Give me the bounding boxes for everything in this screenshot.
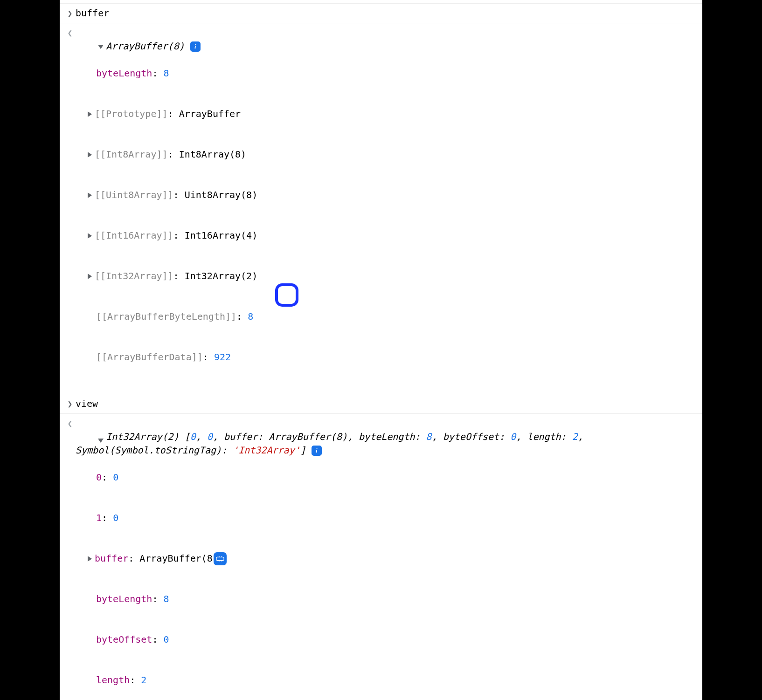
expand-toggle-icon[interactable] bbox=[98, 45, 104, 49]
property-row[interactable]: 1: 0 bbox=[76, 511, 698, 525]
object-inspector[interactable]: Int32Array(2) [0, 0, buffer: ArrayBuffer… bbox=[76, 417, 698, 700]
svg-rect-3 bbox=[216, 557, 224, 561]
expand-toggle-icon[interactable] bbox=[88, 233, 92, 239]
output-undefined: undefined bbox=[76, 0, 698, 0]
expand-toggle-icon[interactable] bbox=[88, 556, 92, 562]
property-row[interactable]: byteLength: 8 bbox=[76, 592, 698, 606]
object-inspector[interactable]: ArrayBuffer(8) i byteLength: 8 [[Prototy… bbox=[76, 26, 698, 391]
property-row[interactable]: [[Int8Array]]: Int8Array(8) bbox=[76, 148, 698, 161]
expand-toggle-icon[interactable] bbox=[88, 274, 92, 279]
info-icon[interactable]: i bbox=[312, 446, 322, 456]
property-row[interactable]: [[Int32Array]]: Int32Array(2) bbox=[76, 269, 698, 283]
console-output-row: undefined bbox=[60, 0, 702, 4]
property-row[interactable]: 0: 0 bbox=[76, 471, 698, 484]
property-row[interactable]: [[ArrayBufferByteLength]]: 8 bbox=[76, 310, 698, 323]
devtools-window: DevTools - www.google.com/ Elements Cons… bbox=[60, 0, 702, 700]
output-marker-icon bbox=[64, 417, 76, 430]
property-row[interactable]: byteLength: 8 bbox=[76, 67, 698, 80]
expand-toggle-icon[interactable] bbox=[88, 111, 92, 117]
console-input-row: view bbox=[60, 394, 702, 414]
object-header: ArrayBuffer(8) bbox=[106, 41, 185, 52]
input-marker-icon bbox=[64, 397, 76, 410]
output-marker-icon bbox=[64, 26, 76, 39]
input-marker-icon bbox=[64, 7, 76, 20]
console-output: const buffer = new ArrayBuffer(8); const… bbox=[60, 0, 702, 700]
property-row[interactable]: length: 2 bbox=[76, 673, 698, 687]
property-row[interactable]: [[Uint8Array]]: Uint8Array(8) bbox=[76, 188, 698, 202]
object-header: Int32Array(2) [0, 0, buffer: ArrayBuffer… bbox=[76, 431, 589, 456]
property-row[interactable]: byteOffset: 0 bbox=[76, 633, 698, 646]
expand-toggle-icon[interactable] bbox=[88, 152, 92, 158]
console-input-row: buffer bbox=[60, 4, 702, 23]
console-output-row: Int32Array(2) [0, 0, buffer: ArrayBuffer… bbox=[60, 414, 702, 700]
info-icon[interactable]: i bbox=[190, 41, 201, 52]
console-code: view bbox=[76, 397, 698, 411]
console-output-row: ArrayBuffer(8) i byteLength: 8 [[Prototy… bbox=[60, 23, 702, 394]
property-row[interactable]: [[Int16Array]]: Int16Array(4) bbox=[76, 229, 698, 242]
expand-toggle-icon[interactable] bbox=[88, 192, 92, 198]
property-row[interactable]: buffer: ArrayBuffer(8 bbox=[76, 552, 698, 566]
memory-panel-icon[interactable] bbox=[214, 552, 227, 565]
console-code: buffer bbox=[76, 7, 698, 20]
expand-toggle-icon[interactable] bbox=[98, 439, 104, 443]
property-row[interactable]: [[ArrayBufferData]]: 922 bbox=[76, 350, 698, 364]
property-row[interactable]: [[Prototype]]: ArrayBuffer bbox=[76, 107, 698, 121]
